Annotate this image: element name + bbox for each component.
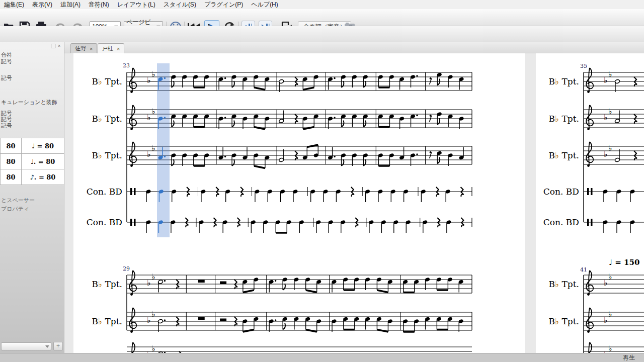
svg-text:♭: ♭ <box>604 278 608 288</box>
svg-text:♭: ♭ <box>608 344 612 353</box>
staff-label: Con. BD <box>543 217 579 227</box>
svg-text:♭: ♭ <box>608 143 612 153</box>
palette-item-articulations[interactable]: キュレーションと装飾 <box>1 99 57 106</box>
staff-label: Con. BD <box>543 187 579 197</box>
menu-notes[interactable]: 音符(N) <box>85 0 113 9</box>
float-panel-icon[interactable] <box>51 44 55 48</box>
svg-text:♭: ♭ <box>604 113 608 122</box>
score-canvas[interactable]: 23B♭ Tpt.♭♭B♭ Tpt.♭♭B♭ Tpt.♭♭Con. BDCon.… <box>64 53 644 353</box>
playback-status-text: 再生 <box>623 353 635 362</box>
menu-edit[interactable]: 編集(E) <box>0 0 28 9</box>
staff-label: B♭ Tpt. <box>549 76 579 86</box>
staff-label: B♭ Tpt. <box>92 316 122 326</box>
main-toolbar: 100% ページビュー 合奏調（実音） <box>0 9 644 26</box>
svg-text:♭: ♭ <box>147 75 151 85</box>
svg-text:♭: ♭ <box>151 272 155 282</box>
svg-text:♭: ♭ <box>604 315 608 325</box>
svg-text:♭: ♭ <box>151 344 155 353</box>
menu-bar: 編集(E) 表示(V) 追加(A) 音符(N) レイアウト(L) スタイル(S)… <box>0 0 644 9</box>
svg-text:♭: ♭ <box>147 113 151 122</box>
palette-search-select[interactable] <box>1 342 51 350</box>
tab-tobashira[interactable]: 戸柱 × <box>98 43 124 53</box>
tempo-cell[interactable]: 80 <box>0 153 22 169</box>
svg-text:♭: ♭ <box>608 272 612 282</box>
staff-label: B♭ Tpt. <box>92 114 122 124</box>
svg-text:♭: ♭ <box>151 143 155 153</box>
svg-text:♭: ♭ <box>608 309 612 319</box>
palette-panel: × 音符 記号 記号 キュレーションと装飾 記号 記号 記号 80 ♩ = 80… <box>0 42 64 353</box>
palette-item-key-signatures[interactable]: 記号 <box>1 74 12 82</box>
svg-text:29: 29 <box>123 265 130 272</box>
svg-text:♭: ♭ <box>604 149 608 159</box>
status-bar: 再生 <box>0 353 644 362</box>
menu-add[interactable]: 追加(A) <box>56 0 85 9</box>
menu-help[interactable]: ヘルプ(H) <box>247 0 282 9</box>
palette-item-breaks-spacers[interactable]: とスペーサー <box>1 197 35 204</box>
chevron-down-icon <box>45 345 49 348</box>
palette-item-symbols-3[interactable]: 記号 <box>1 122 12 130</box>
svg-text:41: 41 <box>580 266 587 273</box>
add-palette-button[interactable]: + <box>53 342 63 350</box>
svg-text:♭: ♭ <box>147 315 151 325</box>
palette-item-clefs[interactable]: 記号 <box>1 58 12 65</box>
svg-text:♭: ♭ <box>147 278 151 288</box>
staff-label: Con. BD <box>87 217 122 227</box>
note-input-toolbar: • •• x ♯ ♮ ♭ ♭♭ 1 2 3 4 <box>0 26 644 42</box>
close-icon[interactable]: × <box>90 46 93 52</box>
menu-view[interactable]: 表示(V) <box>28 0 56 9</box>
tempo-cell[interactable]: ♩. = 80 <box>21 153 64 169</box>
tempo-cell[interactable]: 80 <box>0 138 22 154</box>
staff-label: B♭ Tpt. <box>549 114 579 124</box>
svg-text:23: 23 <box>123 62 130 69</box>
score-page <box>73 53 525 353</box>
tempo-cell[interactable]: ♩ = 80 <box>21 138 64 154</box>
playback-cursor <box>157 63 170 237</box>
close-panel-icon[interactable]: × <box>58 44 62 48</box>
tempo-cell[interactable]: ♪. = 80 <box>21 169 64 185</box>
menu-style[interactable]: スタイル(S) <box>159 0 200 9</box>
menu-plugins[interactable]: プラグイン(P) <box>200 0 247 9</box>
svg-text:♭: ♭ <box>608 69 612 79</box>
score-tab-bar: 佐野 × 戸柱 × <box>64 42 644 53</box>
svg-text:♩ = 150: ♩ = 150 <box>609 258 639 267</box>
score-sheet[interactable]: 23B♭ Tpt.♭♭B♭ Tpt.♭♭B♭ Tpt.♭♭Con. BDCon.… <box>64 53 644 353</box>
palette-item-properties[interactable]: プロパティ <box>1 205 29 213</box>
svg-text:♭: ♭ <box>608 107 612 116</box>
staff-label: B♭ Tpt. <box>549 316 579 326</box>
menu-layout[interactable]: レイアウト(L) <box>113 0 159 9</box>
staff-label: B♭ Tpt. <box>92 150 122 160</box>
svg-text:♭: ♭ <box>151 69 155 79</box>
staff-label: B♭ Tpt. <box>92 279 122 289</box>
tempo-cell[interactable]: 80 <box>0 169 22 185</box>
svg-text:♭: ♭ <box>147 149 151 159</box>
svg-text:♭: ♭ <box>604 75 608 85</box>
staff-label: B♭ Tpt. <box>549 150 579 160</box>
staff-label: B♭ Tpt. <box>92 76 122 86</box>
svg-text:♭: ♭ <box>151 309 155 319</box>
svg-text:♭: ♭ <box>151 107 155 116</box>
staff-label: B♭ Tpt. <box>549 279 579 289</box>
staff-label: Con. BD <box>87 187 122 197</box>
close-icon[interactable]: × <box>117 46 120 52</box>
tab-sano[interactable]: 佐野 × <box>70 43 97 53</box>
svg-text:35: 35 <box>580 63 587 69</box>
